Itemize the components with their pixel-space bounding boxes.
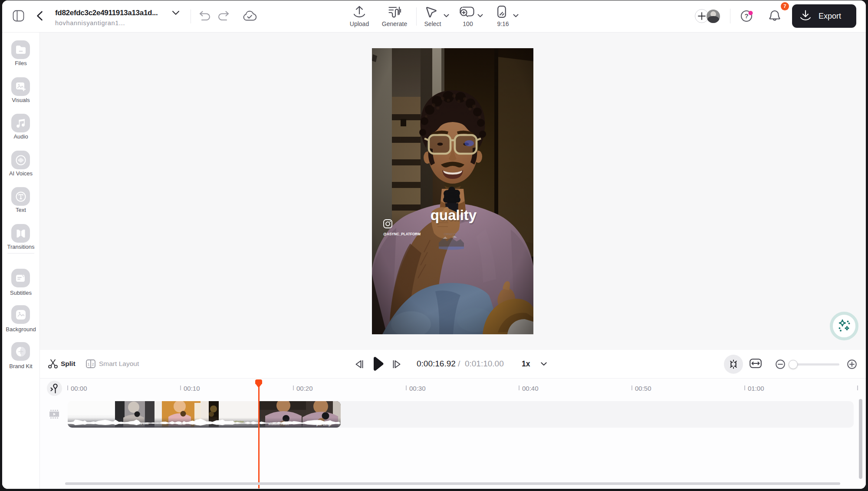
svg-text:?: ? bbox=[744, 12, 748, 20]
svg-text:2: 2 bbox=[92, 362, 94, 366]
svg-text:1: 1 bbox=[87, 362, 89, 366]
svg-text:quality: quality bbox=[431, 207, 477, 223]
svg-text:@ASYNC_PLATFORM: @ASYNC_PLATFORM bbox=[383, 232, 421, 236]
